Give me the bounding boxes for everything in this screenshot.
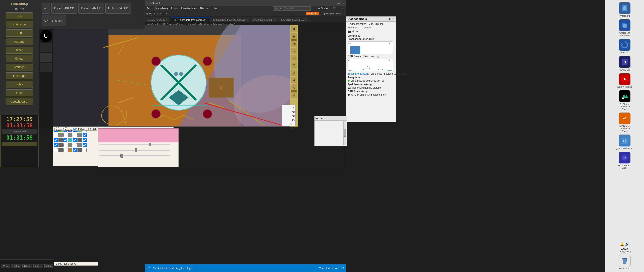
taskbar-snake[interactable]: WPF-Snake.exe (1, 264, 10, 268)
forward-label[interactable]: Weiter (149, 12, 155, 15)
tab-close-3[interactable]: × (274, 18, 276, 21)
source-control-icon[interactable]: ⎇ (147, 267, 150, 270)
color-cell-gray2[interactable] (68, 133, 72, 137)
row4-check2[interactable] (63, 143, 67, 147)
diagnose-controls[interactable]: ⊟ □ × (387, 17, 394, 21)
mem-load-tab[interactable]: Speicherauslastung (384, 72, 406, 75)
back-button[interactable]: ◀ (146, 12, 148, 15)
menu-analysieren[interactable]: Analysieren (154, 7, 168, 10)
app-insights-label[interactable]: Application Insights ... (323, 12, 345, 15)
source-control-label[interactable]: Zur Quellcodeverwaltung hinzufügen (152, 267, 193, 270)
taskbar-num[interactable]: 186553488_4039... (22, 264, 33, 268)
taskbar-erst[interactable]: ErstKontakt.c... (44, 264, 53, 268)
right-label[interactable]: right (92, 127, 97, 130)
lernressourcen-icon[interactable]: LR (619, 134, 631, 147)
summary-tab[interactable]: Zusammenfassung (348, 72, 369, 75)
d-drive-button[interactable]: D:\ free: 282 GB (78, 3, 104, 14)
color-cell-dk4[interactable] (58, 148, 63, 152)
tab-colorchoice[interactable]: ColorChoice.cs × (145, 17, 170, 22)
delete-button[interactable]: delete (6, 55, 33, 62)
wireshark-icon[interactable] (619, 2, 631, 14)
vscode-win-controls[interactable]: SK — □ × (333, 7, 344, 10)
diag-arrow-icon[interactable]: → (356, 30, 358, 33)
small-win-scrollthumb[interactable] (344, 129, 346, 137)
row5-check4[interactable] (83, 148, 87, 152)
live-share-label[interactable]: Live Share (316, 7, 328, 10)
color-cell-dk3[interactable] (58, 143, 63, 147)
menu-extras[interactable]: Extras (171, 7, 178, 10)
systray-icon-1[interactable]: 🔔 (620, 242, 624, 246)
all-drives-button[interactable]: all (42, 3, 50, 14)
new-tab-button[interactable]: + (310, 20, 312, 22)
hot-reload-badge[interactable]: Hot Reload (306, 12, 319, 15)
small-win-scrollbar[interactable] (343, 121, 346, 145)
tab-close-4[interactable]: × (305, 18, 307, 21)
pycharm-icon[interactable] (619, 90, 631, 102)
thumb-item-3[interactable] (40, 63, 52, 72)
add-button[interactable]: add (6, 29, 33, 37)
one-color-radio[interactable] (54, 128, 55, 130)
row4-check1[interactable] (54, 143, 58, 147)
row3-check2[interactable] (63, 138, 67, 142)
menu-hilfe[interactable]: Hilfe (212, 7, 217, 10)
thumb-item-2[interactable] (40, 53, 52, 62)
slider-2[interactable] (99, 150, 170, 151)
rt-btn-1[interactable]: ■ (291, 26, 297, 32)
quit-button[interactable]: quit (6, 12, 33, 19)
navicat-icon[interactable]: N (619, 56, 631, 68)
diag-settings-icon[interactable]: ⚙ (352, 30, 355, 33)
slider-3-thumb[interactable] (120, 154, 123, 158)
rt-btn-4[interactable]: ▷ (291, 48, 297, 54)
menu-test[interactable]: Test (147, 7, 151, 10)
rt-btn-6[interactable]: ▽ (291, 62, 297, 69)
reset-button[interactable]: reset (6, 47, 33, 54)
row2-check1[interactable] (54, 133, 58, 137)
virtualbox-icon[interactable] (619, 19, 631, 31)
settings-button[interactable]: settings (6, 64, 33, 71)
tab-close-1[interactable]: × (206, 19, 207, 21)
row2-check2[interactable] (63, 133, 67, 137)
row2-check3[interactable] (73, 133, 77, 137)
row2-check4[interactable] (83, 133, 87, 137)
two-colors-radio[interactable] (63, 128, 64, 130)
eric7-browser-icon[interactable]: e7 (619, 112, 631, 124)
info-page-button[interactable]: info page (6, 72, 33, 79)
cpu-profile-label[interactable]: CPU-Profilstellung aufzeichnen (351, 93, 386, 96)
tab-uie-cascadebutton[interactable]: UIE_CascadeButton.xaml.cs × (170, 17, 210, 22)
tab-close-0[interactable]: × (166, 18, 168, 21)
color-cell-md1[interactable] (68, 143, 72, 147)
rt-btn-3[interactable]: ◀ (291, 40, 297, 47)
systray-icon-2[interactable]: 🔊 (625, 242, 629, 246)
color-cell-teal[interactable] (68, 138, 72, 142)
rt-btn-2[interactable]: ▶ (291, 33, 297, 40)
scetchboard-button[interactable]: scetchboard (6, 98, 33, 105)
recuva-icon[interactable] (619, 39, 631, 51)
color-cell-gray3[interactable] (77, 133, 82, 137)
ue-icon[interactable]: U (40, 30, 52, 42)
diag-camera-icon[interactable]: 📷 (348, 30, 351, 33)
color-cell-gray[interactable] (58, 133, 63, 137)
color-cell-dk5[interactable] (77, 148, 82, 152)
rt-btn-8[interactable]: ◈ (291, 77, 297, 83)
papierkorb-icon[interactable] (619, 255, 631, 267)
color-cell-md2[interactable] (77, 143, 82, 147)
bottom-label[interactable]: bottom (78, 127, 86, 130)
rt-btn-7[interactable]: △ (291, 70, 297, 76)
eric7-py-icon[interactable]: e7 (619, 152, 631, 164)
top-label[interactable]: top (73, 127, 77, 130)
youtube-icon[interactable] (619, 73, 631, 85)
row5-check2[interactable] (63, 148, 67, 152)
c-drive-button[interactable]: C:\ free: 134 GB (51, 3, 77, 14)
snapshot-label[interactable]: Momentaufnahme erstellen (352, 86, 382, 89)
shutdown-button[interactable]: shutdown (6, 21, 33, 28)
e-drive-button[interactable]: E:\ free: 743 GB (105, 3, 131, 14)
tab-sketchboard[interactable]: Sketchboard.xaml × (251, 17, 278, 22)
taskbar-skg[interactable]: SKGTec_NARF-... (33, 264, 43, 268)
menu-fenster[interactable]: Fenster (200, 7, 209, 10)
row3-check3[interactable] (73, 138, 77, 142)
slider-1-thumb[interactable] (149, 143, 151, 146)
snapshot-row[interactable]: 📷 Momentaufnahme erstellen (348, 86, 394, 89)
main-canvas[interactable]: ✕ (53, 25, 291, 127)
color-cell-dk1[interactable] (58, 138, 63, 142)
toolbar-icons[interactable]: ▶ ⏸ ⏹ (160, 12, 167, 15)
